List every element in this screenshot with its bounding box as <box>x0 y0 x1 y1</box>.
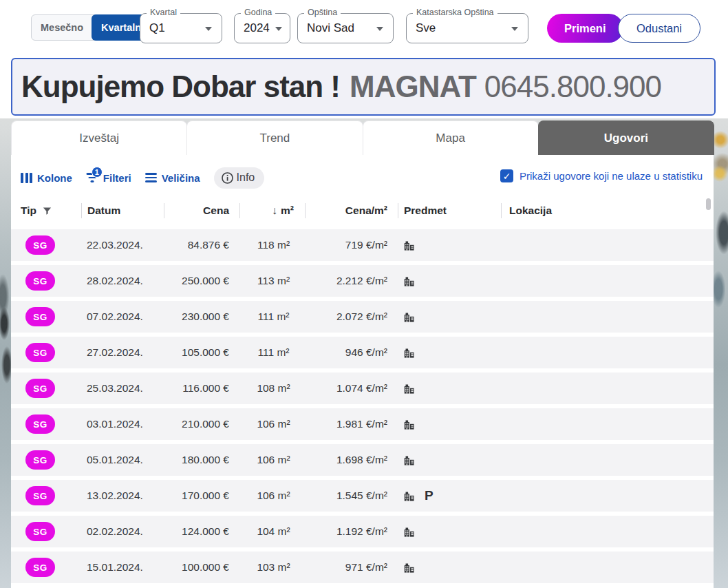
cena-cell: 210.000 € <box>164 418 239 430</box>
cena-m2-cell: 1.698 €/m² <box>305 454 398 466</box>
table-row[interactable]: SG 27.02.2024. 105.000 € 111 m² 946 €/m² <box>11 337 714 368</box>
cena-m2-cell: 1.545 €/m² <box>305 490 398 502</box>
tip-cell: SG <box>21 450 81 470</box>
cena-m2-cell: 946 €/m² <box>305 346 398 359</box>
table-toolbar: Kolone 1 Filteri Veličina Info <box>21 166 264 189</box>
datum-cell: 28.02.2024. <box>81 275 164 287</box>
predmet-cell <box>398 562 501 574</box>
cena-m2-cell: 2.072 €/m² <box>305 311 398 323</box>
cadastral-municipality-value: Sve <box>416 14 436 43</box>
cena-cell: 116.000 € <box>164 382 239 395</box>
m2-cell: 106 m² <box>239 454 305 466</box>
info-icon <box>221 171 234 185</box>
header-lokacija[interactable]: Lokacija <box>501 203 714 218</box>
tab-ugovori[interactable]: Ugovori <box>538 120 714 155</box>
datum-cell: 05.01.2024. <box>81 454 164 466</box>
table-row[interactable]: SG 13.02.2024. 170.000 € 106 m² 1.545 €/… <box>11 480 714 512</box>
contract-type-badge: SG <box>25 558 55 577</box>
predmet-cell <box>398 419 501 430</box>
header-cena[interactable]: Cena <box>164 203 239 218</box>
building-icon <box>403 526 415 538</box>
contract-type-badge: SG <box>25 486 55 505</box>
columns-button[interactable]: Kolone <box>21 172 72 184</box>
predmet-cell <box>398 311 501 323</box>
datum-cell: 27.02.2024. <box>81 346 164 359</box>
tab-trend[interactable]: Trend <box>186 120 363 155</box>
header-cena-m2[interactable]: Cena/m² <box>305 203 398 218</box>
header-m2-label: m² <box>281 204 294 217</box>
sort-desc-icon: ↓ <box>272 204 277 217</box>
cena-cell: 100.000 € <box>164 561 239 574</box>
contracts-panel: Kolone 1 Filteri Veličina Info ✓ Prikaži… <box>11 155 714 588</box>
year-select[interactable]: Godina 2024 <box>234 13 290 43</box>
parking-icon: P <box>425 488 433 503</box>
m2-cell: 118 m² <box>239 239 305 251</box>
cancel-button[interactable]: Odustani <box>618 14 700 43</box>
tip-cell: SG <box>21 307 81 326</box>
view-tabs: Izveštaj Trend Mapa Ugovori <box>11 120 714 155</box>
tip-cell: SG <box>21 235 81 255</box>
filters-button-label: Filteri <box>103 172 131 184</box>
building-icon <box>403 419 415 430</box>
size-button[interactable]: Veličina <box>145 172 200 184</box>
table-body: SG 22.03.2024. 84.876 € 118 m² 719 €/m² <box>11 229 714 587</box>
header-tip[interactable]: Tip <box>21 203 81 218</box>
table-row[interactable]: SG 02.02.2024. 124.000 € 104 m² 1.192 €/… <box>11 516 714 547</box>
filters-button[interactable]: 1 Filteri <box>86 172 131 184</box>
cena-cell: 84.876 € <box>164 239 239 251</box>
cena-m2-cell: 2.212 €/m² <box>305 275 398 287</box>
header-datum-label: Datum <box>87 204 120 217</box>
tab-izvestaj[interactable]: Izveštaj <box>11 120 187 155</box>
tab-mapa[interactable]: Mapa <box>363 120 539 155</box>
m2-cell: 111 m² <box>239 311 305 323</box>
cena-cell: 180.000 € <box>164 454 239 466</box>
info-button[interactable]: Info <box>214 167 265 189</box>
municipality-select-value: Novi Sad <box>307 14 354 43</box>
building-icon <box>403 383 415 395</box>
table-row[interactable]: SG 22.03.2024. 84.876 € 118 m² 719 €/m² <box>11 229 714 261</box>
table-row[interactable]: SG 05.01.2024. 180.000 € 106 m² 1.698 €/… <box>11 444 714 476</box>
scrollbar-thumb[interactable] <box>706 198 711 210</box>
size-button-label: Veličina <box>162 172 200 184</box>
table-row[interactable]: SG 25.03.2024. 116.000 € 108 m² 1.074 €/… <box>11 372 714 404</box>
info-button-label: Info <box>237 171 255 184</box>
datum-cell: 07.02.2024. <box>81 311 164 323</box>
funnel-filter-icon[interactable] <box>42 206 52 216</box>
header-predmet-label: Predmet <box>404 204 447 217</box>
quarter-select[interactable]: Kvartal Q1 <box>140 13 222 43</box>
tip-cell: SG <box>21 343 81 362</box>
municipality-select[interactable]: Opština Novi Sad <box>297 13 394 43</box>
m2-cell: 103 m² <box>239 561 305 574</box>
apply-button[interactable]: Primeni <box>547 14 623 43</box>
table-row[interactable]: SG 03.01.2024. 210.000 € 106 m² 1.981 €/… <box>11 408 714 440</box>
period-toggle: Mesečno Kvartalno <box>31 14 157 41</box>
checkbox-checked-icon[interactable]: ✓ <box>500 169 513 182</box>
datum-cell: 25.03.2024. <box>81 382 164 395</box>
building-icon <box>403 562 415 574</box>
cadastral-municipality-select[interactable]: Katastarska Opština Sve <box>406 13 528 43</box>
chevron-down-icon <box>275 27 282 31</box>
header-datum[interactable]: Datum <box>81 203 164 218</box>
predmet-cell <box>398 240 501 251</box>
table-header-row: Tip Datum Cena ↓ m² Cena/m² Predmet Loka… <box>11 198 714 223</box>
m2-cell: 108 m² <box>239 382 305 395</box>
cena-m2-cell: 1.981 €/m² <box>305 418 398 430</box>
header-m2[interactable]: ↓ m² <box>239 203 305 218</box>
table-row[interactable]: SG 15.01.2024. 100.000 € 103 m² 971 €/m² <box>11 552 714 583</box>
table-row[interactable]: SG 07.02.2024. 230.000 € 111 m² 2.072 €/… <box>11 301 714 333</box>
header-predmet[interactable]: Predmet <box>398 203 501 218</box>
predmet-cell <box>398 347 501 359</box>
show-excluded-contracts-toggle[interactable]: ✓ Prikaži ugovore koji ne ulaze u statis… <box>500 169 703 182</box>
contract-type-badge: SG <box>25 522 55 541</box>
tip-cell: SG <box>21 414 81 434</box>
cena-m2-cell: 971 €/m² <box>305 561 398 574</box>
predmet-cell <box>398 275 501 287</box>
chevron-down-icon <box>376 27 383 31</box>
chevron-down-icon <box>205 27 212 31</box>
building-icon <box>403 490 415 502</box>
m2-cell: 104 m² <box>239 525 305 538</box>
m2-cell: 113 m² <box>239 275 305 287</box>
table-row[interactable]: SG 28.02.2024. 250.000 € 113 m² 2.212 €/… <box>11 265 714 297</box>
period-monthly-button[interactable]: Mesečno <box>32 15 92 40</box>
datum-cell: 13.02.2024. <box>81 490 164 502</box>
